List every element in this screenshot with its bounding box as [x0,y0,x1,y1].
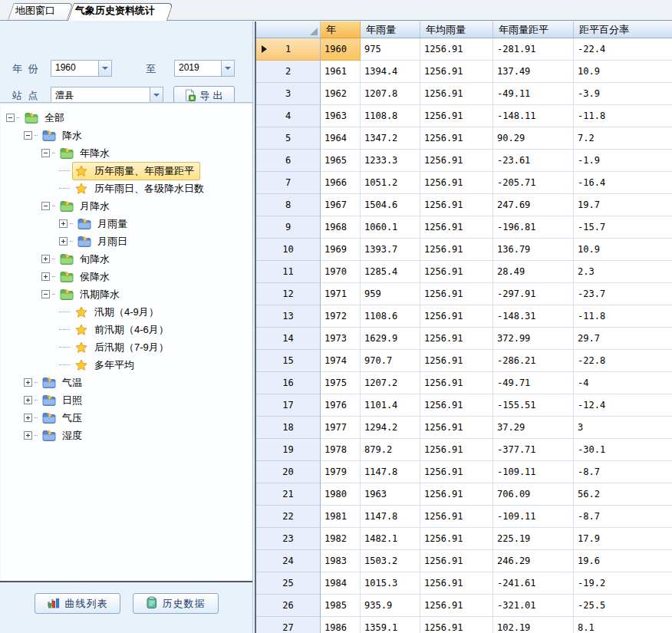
data-cell[interactable]: 1256.91 [420,528,493,550]
table-row[interactable]: 2419831503.21256.91246.2919.6 [256,550,672,572]
data-cell[interactable]: 1256.91 [420,506,493,528]
row-header-cell[interactable]: 5 [256,127,321,150]
data-cell[interactable]: 1965 [321,150,361,172]
data-cell[interactable]: -377.71 [493,439,574,461]
row-header-cell[interactable]: 15 [256,350,321,372]
data-cell[interactable]: 1976 [321,394,361,417]
row-header-cell[interactable]: 3 [256,83,321,105]
data-cell[interactable]: -155.51 [493,394,574,417]
tree-item[interactable]: 年降水 [0,144,252,162]
data-cell[interactable]: -4 [574,372,672,394]
data-cell[interactable]: 37.29 [493,417,574,439]
tree-item[interactable]: 后汛期（7-9月） [0,338,252,356]
tab-map-window[interactable]: 地图窗口 [8,3,68,20]
table-row[interactable]: 519641347.21256.9190.297.2 [256,127,672,150]
tree-item-content[interactable]: 湿度 [40,427,88,445]
row-header-cell[interactable]: 26 [256,595,321,617]
data-cell[interactable]: -30.1 [574,439,672,461]
data-cell[interactable]: 879.2 [361,439,420,461]
expand-toggle-icon[interactable] [24,431,32,440]
row-header-cell[interactable]: 11 [256,261,321,283]
data-cell[interactable]: 1147.8 [361,506,420,528]
table-row[interactable]: 21198019631256.91706.0956.2 [256,483,672,506]
data-cell[interactable]: 1256.91 [420,439,493,461]
tree-item[interactable]: 汛期降水 [0,285,252,303]
row-header-cell[interactable]: 16 [256,372,321,394]
table-row[interactable]: 119609751256.91-281.91-22.4 [256,38,672,61]
column-header-anomaly-percent[interactable]: 距平百分率 [574,21,672,38]
table-row[interactable]: 1619751207.21256.91-49.71-4 [256,372,672,394]
data-cell[interactable]: 1256.91 [420,194,493,216]
table-row[interactable]: 1819771294.21256.9137.293 [256,417,672,439]
row-header-cell[interactable]: 14 [256,328,321,350]
tree-item-content[interactable]: 旬降水 [58,250,116,269]
tab-weather-history-stats[interactable]: 气象历史资料统计 [68,3,167,20]
data-cell[interactable]: -23.7 [574,283,672,305]
table-row[interactable]: 2319821482.11256.91225.1917.9 [256,528,672,550]
data-cell[interactable]: -321.01 [493,595,574,617]
column-header-anomaly[interactable]: 年雨量距平 [493,21,574,38]
data-cell[interactable]: -25.5 [574,595,672,617]
tree-item[interactable]: 月雨量 [0,215,252,232]
data-cell[interactable]: 970.7 [361,350,420,372]
data-cell[interactable]: 1982 [321,528,361,550]
data-cell[interactable]: 935.9 [361,595,420,617]
tree-item[interactable]: 历年雨日、各级降水日数 [0,180,252,197]
expand-toggle-icon[interactable] [41,255,50,263]
data-cell[interactable]: 372.99 [493,328,574,350]
row-header-cell[interactable]: 9 [256,216,321,239]
data-cell[interactable]: 1256.91 [420,172,493,194]
data-cell[interactable]: 706.09 [493,483,574,506]
data-cell[interactable]: 29.7 [574,328,672,350]
year-to-dropdown-button[interactable] [221,61,234,76]
row-header-cell[interactable]: 7 [256,172,321,194]
data-cell[interactable]: -22.8 [574,350,672,372]
tree-item-content[interactable]: 汛期（4-9月） [72,303,165,321]
data-cell[interactable]: 1971 [321,283,361,305]
data-cell[interactable]: 1970 [321,261,361,283]
data-cell[interactable]: 3 [574,417,672,439]
data-cell[interactable]: -196.81 [493,216,574,239]
tree-item[interactable]: 月雨日 [0,232,252,250]
expand-toggle-icon[interactable] [41,272,50,281]
data-cell[interactable]: 1963 [321,105,361,127]
data-cell[interactable]: 1256.91 [420,105,493,127]
year-to-combobox[interactable]: 2019 [174,60,235,77]
row-header-cell[interactable]: 24 [256,550,321,572]
collapse-toggle-icon[interactable] [24,131,32,140]
data-cell[interactable]: -148.11 [493,105,574,127]
data-cell[interactable]: 1963 [361,483,420,506]
collapse-toggle-icon[interactable] [41,290,50,298]
table-row[interactable]: 1119701285.41256.9128.492.3 [256,261,672,283]
data-cell[interactable]: 1981 [321,506,361,528]
column-header-annual-rainfall[interactable]: 年雨量 [361,21,420,38]
data-cell[interactable]: 975 [361,38,420,61]
data-cell[interactable]: -241.61 [493,572,574,595]
row-header-cell[interactable]: 21 [256,483,321,506]
data-cell[interactable]: 1504.6 [361,194,420,216]
data-cell[interactable]: 1968 [321,216,361,239]
data-cell[interactable]: -49.71 [493,372,574,394]
row-header-cell[interactable]: 17 [256,394,321,417]
data-cell[interactable]: 959 [361,283,420,305]
data-cell[interactable]: -148.31 [493,305,574,328]
tree-item[interactable]: 湿度 [0,427,252,444]
data-cell[interactable]: 1986 [321,617,361,633]
data-cell[interactable]: 2.3 [574,261,672,283]
row-header-cell[interactable]: 18 [256,417,321,439]
expand-toggle-icon[interactable] [24,414,32,422]
tree-item[interactable]: 日照 [0,391,252,409]
data-cell[interactable]: 1256.91 [420,261,493,283]
data-cell[interactable]: 1147.8 [361,461,420,483]
data-cell[interactable]: 1985 [321,595,361,617]
data-cell[interactable]: -297.91 [493,283,574,305]
tree-item[interactable]: 气温 [0,374,252,391]
data-cell[interactable]: -12.4 [574,394,672,417]
data-cell[interactable]: 1256.91 [420,461,493,483]
data-cell[interactable]: 1394.4 [361,61,420,83]
data-cell[interactable]: 7.2 [574,127,672,150]
data-cell[interactable]: 1983 [321,550,361,572]
row-header-cell[interactable]: 1 [256,38,321,61]
data-cell[interactable]: 10.9 [574,61,672,83]
table-row[interactable]: 2719861359.11256.91102.198.1 [256,617,672,633]
